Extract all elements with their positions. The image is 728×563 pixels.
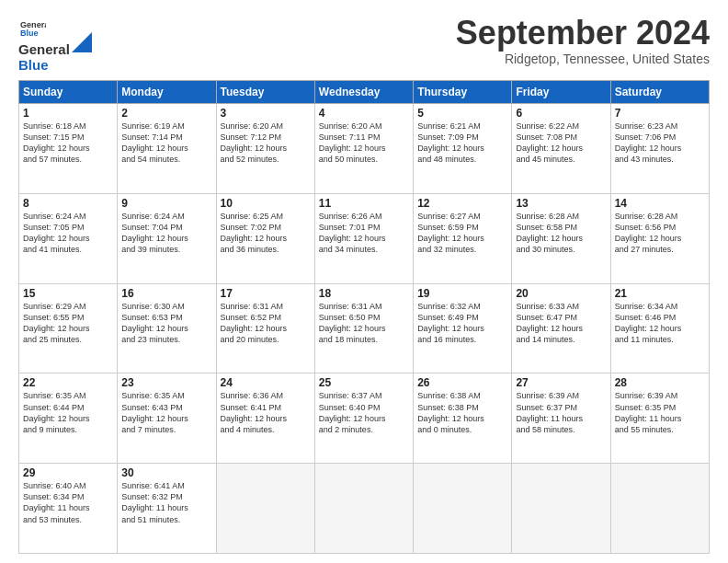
day-number: 28 [615,376,705,389]
day-info: Sunrise: 6:40 AMSunset: 6:34 PMDaylight:… [23,480,113,525]
day-cell: 4Sunrise: 6:20 AMSunset: 7:11 PMDaylight… [314,104,413,194]
day-cell: 18Sunrise: 6:31 AMSunset: 6:50 PMDayligh… [314,283,413,373]
day-info: Sunrise: 6:38 AMSunset: 6:38 PMDaylight:… [417,390,507,435]
day-cell: 28Sunrise: 6:39 AMSunset: 6:35 PMDayligh… [610,373,709,464]
day-info: Sunrise: 6:18 AMSunset: 7:15 PMDaylight:… [23,121,113,166]
title-block: September 2024 Ridgetop, Tennessee, Unit… [456,15,710,66]
day-info: Sunrise: 6:39 AMSunset: 6:37 PMDaylight:… [516,390,606,435]
day-cell: 22Sunrise: 6:35 AMSunset: 6:44 PMDayligh… [19,373,118,464]
day-cell: 19Sunrise: 6:32 AMSunset: 6:49 PMDayligh… [414,283,512,373]
day-cell: 23Sunrise: 6:35 AMSunset: 6:43 PMDayligh… [118,373,216,464]
day-number: 13 [516,197,606,210]
month-title: September 2024 [456,15,710,52]
day-info: Sunrise: 6:29 AMSunset: 6:55 PMDaylight:… [23,301,113,346]
day-cell: 1Sunrise: 6:18 AMSunset: 7:15 PMDaylight… [19,104,118,194]
day-cell: 15Sunrise: 6:29 AMSunset: 6:55 PMDayligh… [19,283,118,373]
day-number: 19 [417,287,507,300]
day-number: 11 [319,197,409,210]
day-info: Sunrise: 6:20 AMSunset: 7:11 PMDaylight:… [319,121,409,166]
day-info: Sunrise: 6:23 AMSunset: 7:06 PMDaylight:… [615,121,705,166]
logo: General Blue General Blue [18,18,92,73]
day-info: Sunrise: 6:36 AMSunset: 6:41 PMDaylight:… [221,390,311,435]
day-info: Sunrise: 6:22 AMSunset: 7:08 PMDaylight:… [516,121,606,166]
day-cell: 16Sunrise: 6:30 AMSunset: 6:53 PMDayligh… [118,283,216,373]
day-cell [414,464,512,554]
day-info: Sunrise: 6:24 AMSunset: 7:04 PMDaylight:… [121,211,211,256]
day-info: Sunrise: 6:31 AMSunset: 6:52 PMDaylight:… [221,301,311,346]
col-tuesday: Tuesday [216,81,314,104]
day-number: 26 [417,376,507,389]
day-cell: 27Sunrise: 6:39 AMSunset: 6:37 PMDayligh… [512,373,610,464]
day-cell [512,464,610,554]
day-cell: 25Sunrise: 6:37 AMSunset: 6:40 PMDayligh… [314,373,413,464]
day-number: 4 [319,107,409,120]
day-info: Sunrise: 6:39 AMSunset: 6:35 PMDaylight:… [615,390,705,435]
day-info: Sunrise: 6:31 AMSunset: 6:50 PMDaylight:… [319,301,409,346]
calendar-table: Sunday Monday Tuesday Wednesday Thursday… [18,80,710,554]
day-number: 25 [319,376,409,389]
day-cell: 11Sunrise: 6:26 AMSunset: 7:01 PMDayligh… [314,193,413,283]
day-cell: 8Sunrise: 6:24 AMSunset: 7:05 PMDaylight… [19,193,118,283]
day-cell: 9Sunrise: 6:24 AMSunset: 7:04 PMDaylight… [118,193,216,283]
day-info: Sunrise: 6:35 AMSunset: 6:44 PMDaylight:… [23,390,113,435]
day-number: 18 [319,287,409,300]
day-info: Sunrise: 6:27 AMSunset: 6:59 PMDaylight:… [417,211,507,256]
logo-triangle-icon [72,32,92,52]
calendar-page: General Blue General Blue September 2024… [0,0,728,563]
col-friday: Friday [512,81,610,104]
day-info: Sunrise: 6:19 AMSunset: 7:14 PMDaylight:… [121,121,211,166]
week-row-2: 8Sunrise: 6:24 AMSunset: 7:05 PMDaylight… [19,193,710,283]
day-cell [216,464,314,554]
day-info: Sunrise: 6:37 AMSunset: 6:40 PMDaylight:… [319,390,409,435]
day-cell: 13Sunrise: 6:28 AMSunset: 6:58 PMDayligh… [512,193,610,283]
day-info: Sunrise: 6:20 AMSunset: 7:12 PMDaylight:… [221,121,311,166]
logo-icon: General Blue [20,18,46,39]
week-row-5: 29Sunrise: 6:40 AMSunset: 6:34 PMDayligh… [19,464,710,554]
day-cell: 21Sunrise: 6:34 AMSunset: 6:46 PMDayligh… [610,283,709,373]
day-info: Sunrise: 6:41 AMSunset: 6:32 PMDaylight:… [121,480,211,525]
day-number: 20 [516,287,606,300]
day-cell [610,464,709,554]
svg-text:Blue: Blue [20,29,39,38]
week-row-4: 22Sunrise: 6:35 AMSunset: 6:44 PMDayligh… [19,373,710,464]
day-info: Sunrise: 6:21 AMSunset: 7:09 PMDaylight:… [417,121,507,166]
day-number: 30 [121,466,211,479]
day-cell: 20Sunrise: 6:33 AMSunset: 6:47 PMDayligh… [512,283,610,373]
col-wednesday: Wednesday [314,81,413,104]
day-number: 2 [121,107,211,120]
col-monday: Monday [118,81,216,104]
day-cell: 7Sunrise: 6:23 AMSunset: 7:06 PMDaylight… [610,104,709,194]
col-sunday: Sunday [19,81,118,104]
day-cell: 3Sunrise: 6:20 AMSunset: 7:12 PMDaylight… [216,104,314,194]
day-info: Sunrise: 6:30 AMSunset: 6:53 PMDaylight:… [121,301,211,346]
week-row-3: 15Sunrise: 6:29 AMSunset: 6:55 PMDayligh… [19,283,710,373]
day-number: 23 [121,376,211,389]
day-number: 6 [516,107,606,120]
day-number: 7 [615,107,705,120]
day-cell: 24Sunrise: 6:36 AMSunset: 6:41 PMDayligh… [216,373,314,464]
day-number: 22 [23,376,113,389]
day-info: Sunrise: 6:34 AMSunset: 6:46 PMDaylight:… [615,301,705,346]
day-cell: 26Sunrise: 6:38 AMSunset: 6:38 PMDayligh… [414,373,512,464]
day-cell: 29Sunrise: 6:40 AMSunset: 6:34 PMDayligh… [19,464,118,554]
day-number: 8 [23,197,113,210]
day-number: 24 [221,376,311,389]
day-number: 5 [417,107,507,120]
day-number: 1 [23,107,113,120]
day-number: 10 [221,197,311,210]
day-number: 14 [615,197,705,210]
day-number: 15 [23,287,113,300]
col-saturday: Saturday [610,81,709,104]
location: Ridgetop, Tennessee, United States [456,52,710,66]
header-row: Sunday Monday Tuesday Wednesday Thursday… [19,81,710,104]
day-cell: 2Sunrise: 6:19 AMSunset: 7:14 PMDaylight… [118,104,216,194]
day-info: Sunrise: 6:35 AMSunset: 6:43 PMDaylight:… [121,390,211,435]
day-cell: 17Sunrise: 6:31 AMSunset: 6:52 PMDayligh… [216,283,314,373]
day-number: 12 [417,197,507,210]
logo-line2: Blue [18,58,70,74]
day-info: Sunrise: 6:28 AMSunset: 6:58 PMDaylight:… [516,211,606,256]
day-number: 21 [615,287,705,300]
day-number: 29 [23,466,113,479]
day-number: 27 [516,376,606,389]
day-cell: 6Sunrise: 6:22 AMSunset: 7:08 PMDaylight… [512,104,610,194]
